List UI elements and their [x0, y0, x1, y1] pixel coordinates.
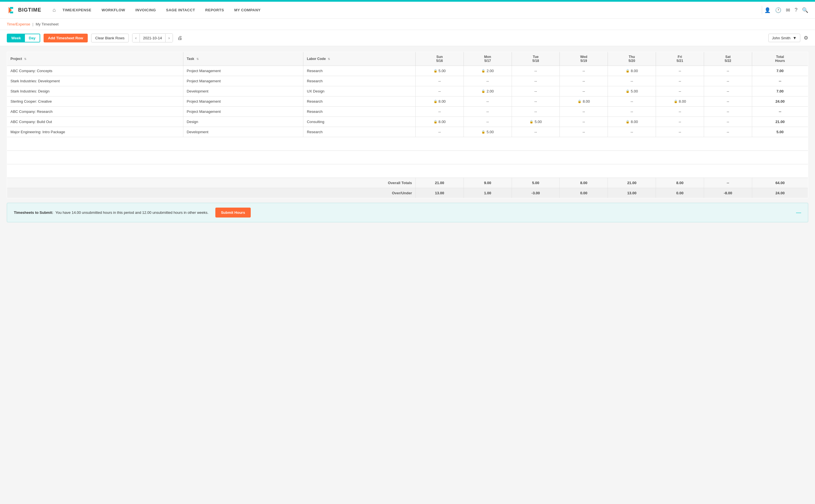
cell-sun-4[interactable]: --	[416, 107, 464, 117]
cell-thu-2[interactable]: 🔒5.00	[608, 86, 656, 96]
cell-thu-3[interactable]: --	[608, 96, 656, 107]
nav-item-time-expense[interactable]: TIME/EXPENSE	[58, 6, 96, 14]
cell-sat-4[interactable]: --	[704, 107, 752, 117]
cell-mon-5[interactable]: --	[464, 117, 512, 127]
cell-labor-6[interactable]: Research	[303, 127, 416, 137]
submit-hours-button[interactable]: Submit Hours	[215, 208, 251, 217]
cell-task-4[interactable]: Project Management	[183, 107, 303, 117]
print-button[interactable]: 🖨	[176, 34, 184, 42]
cell-wed-3[interactable]: 🔒8.00	[560, 96, 608, 107]
search-icon[interactable]: 🔍	[802, 7, 808, 13]
cell-wed-4[interactable]: --	[560, 107, 608, 117]
cell-fri-3[interactable]: 🔒8.00	[656, 96, 704, 107]
cell-sat-0[interactable]: --	[704, 66, 752, 76]
user-dropdown[interactable]: John Smith ▼	[768, 34, 800, 42]
labor-sort-icon[interactable]: ⇅	[328, 57, 330, 61]
cell-labor-4[interactable]: Research	[303, 107, 416, 117]
cell-sun-5[interactable]: 🔒8.00	[416, 117, 464, 127]
nav-item-sage-intacct[interactable]: SAGE INTACCT	[162, 6, 200, 14]
clear-blank-rows-button[interactable]: Clear Blank Rows	[91, 34, 129, 42]
cell-fri-5[interactable]: --	[656, 117, 704, 127]
cell-thu-6[interactable]: --	[608, 127, 656, 137]
cell-task-5[interactable]: Design	[183, 117, 303, 127]
cell-fri-4[interactable]: --	[656, 107, 704, 117]
cell-sat-6[interactable]: --	[704, 127, 752, 137]
nav-item-workflow[interactable]: WORKFLOW	[97, 6, 130, 14]
settings-button[interactable]: ⚙	[804, 35, 808, 41]
cell-wed-6[interactable]: --	[560, 127, 608, 137]
cell-project-6[interactable]: Major Engineering: Intro Package	[7, 127, 183, 137]
cell-sun-3[interactable]: 🔒8.00	[416, 96, 464, 107]
cell-project-4[interactable]: ABC Company: Research	[7, 107, 183, 117]
cell-fri-1[interactable]: --	[656, 76, 704, 86]
cell-sat-5[interactable]: --	[704, 117, 752, 127]
cell-project-2[interactable]: Stark Industries: Design	[7, 86, 183, 96]
cell-wed-2[interactable]: --	[560, 86, 608, 96]
cell-project-3[interactable]: Sterling Cooper: Creative	[7, 96, 183, 107]
task-sort-icon[interactable]: ⇅	[196, 57, 199, 61]
mail-icon[interactable]: ✉	[786, 7, 790, 13]
cell-mon-0[interactable]: 🔒2.00	[464, 66, 512, 76]
nav-item-my-company[interactable]: MY COMPANY	[230, 6, 265, 14]
cell-fri-6[interactable]: --	[656, 127, 704, 137]
cell-tue-0[interactable]: --	[512, 66, 560, 76]
cell-fri-0[interactable]: --	[656, 66, 704, 76]
cell-tue-5[interactable]: 🔒5.00	[512, 117, 560, 127]
cell-thu-5[interactable]: 🔒8.00	[608, 117, 656, 127]
week-day-toggle[interactable]: Week Day	[7, 34, 40, 42]
cell-sun-0[interactable]: 🔒5.00	[416, 66, 464, 76]
footer-close-icon[interactable]: —	[796, 210, 801, 216]
cell-sat-1[interactable]: --	[704, 76, 752, 86]
logo[interactable]: BIGTIME	[7, 6, 41, 15]
cell-mon-2[interactable]: 🔒2.00	[464, 86, 512, 96]
cell-mon-4[interactable]: --	[464, 107, 512, 117]
cell-labor-5[interactable]: Consulting	[303, 117, 416, 127]
breadcrumb-link[interactable]: Time/Expense	[7, 22, 30, 26]
clock-icon[interactable]: 🕐	[775, 7, 781, 13]
cell-task-2[interactable]: Development	[183, 86, 303, 96]
cell-labor-0[interactable]: Research	[303, 66, 416, 76]
cell-project-1[interactable]: Stark Industries: Development	[7, 76, 183, 86]
cell-tue-1[interactable]: --	[512, 76, 560, 86]
cell-sun-6[interactable]: --	[416, 127, 464, 137]
cell-sat-2[interactable]: --	[704, 86, 752, 96]
help-icon[interactable]: ?	[795, 7, 797, 13]
cell-task-6[interactable]: Development	[183, 127, 303, 137]
cell-task-1[interactable]: Project Management	[183, 76, 303, 86]
cell-project-0[interactable]: ABC Company: Concepts	[7, 66, 183, 76]
cell-task-3[interactable]: Project Management	[183, 96, 303, 107]
cell-labor-1[interactable]: Research	[303, 76, 416, 86]
week-toggle-btn[interactable]: Week	[7, 34, 25, 42]
cell-fri-2[interactable]: --	[656, 86, 704, 96]
prev-date-button[interactable]: ‹	[132, 34, 139, 42]
cell-mon-1[interactable]: --	[464, 76, 512, 86]
nav-item-reports[interactable]: REPORTS	[201, 6, 228, 14]
cell-project-5[interactable]: ABC Company: Build Out	[7, 117, 183, 127]
home-icon[interactable]: ⌂	[53, 7, 56, 13]
timesheet-table: Project ⇅ Task ⇅ Labor Code ⇅ Sun 5/16 M…	[7, 52, 808, 198]
cell-sat-3[interactable]: --	[704, 96, 752, 107]
cell-mon-3[interactable]: --	[464, 96, 512, 107]
cell-mon-6[interactable]: 🔒5.00	[464, 127, 512, 137]
cell-thu-1[interactable]: --	[608, 76, 656, 86]
project-sort-icon[interactable]: ⇅	[24, 57, 26, 61]
cell-task-0[interactable]: Project Management	[183, 66, 303, 76]
cell-tue-6[interactable]: --	[512, 127, 560, 137]
cell-labor-2[interactable]: UX Design	[303, 86, 416, 96]
cell-wed-0[interactable]: --	[560, 66, 608, 76]
cell-thu-4[interactable]: --	[608, 107, 656, 117]
add-timesheet-row-button[interactable]: Add Timesheet Row	[44, 34, 88, 42]
cell-sun-1[interactable]: --	[416, 76, 464, 86]
cell-sun-2[interactable]: --	[416, 86, 464, 96]
cell-wed-5[interactable]: --	[560, 117, 608, 127]
cell-tue-3[interactable]: --	[512, 96, 560, 107]
cell-tue-2[interactable]: --	[512, 86, 560, 96]
day-toggle-btn[interactable]: Day	[25, 34, 40, 42]
cell-labor-3[interactable]: Research	[303, 96, 416, 107]
cell-thu-0[interactable]: 🔒8.00	[608, 66, 656, 76]
nav-item-invoicing[interactable]: INVOICING	[131, 6, 160, 14]
user-icon[interactable]: 👤	[764, 7, 771, 13]
next-date-button[interactable]: ›	[165, 34, 173, 42]
cell-wed-1[interactable]: --	[560, 76, 608, 86]
cell-tue-4[interactable]: --	[512, 107, 560, 117]
